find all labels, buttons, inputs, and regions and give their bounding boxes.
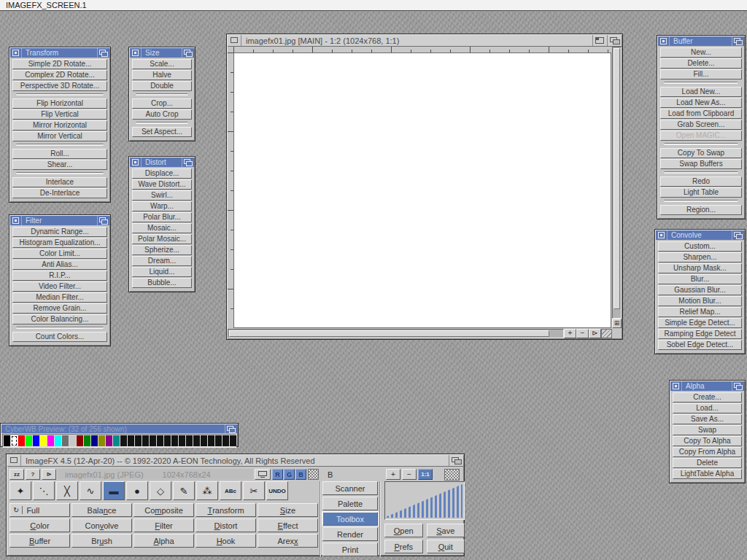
oval-tool[interactable]: ● <box>126 481 148 500</box>
color-swatch[interactable] <box>40 435 47 446</box>
panel-button[interactable]: Load New... <box>660 87 742 97</box>
freehand-tool[interactable]: ⋱ <box>33 481 55 500</box>
color-swatch[interactable] <box>222 435 229 446</box>
color-swatch[interactable] <box>230 435 236 446</box>
color-button[interactable]: Color <box>9 518 70 532</box>
panel-button[interactable]: Sobel Edge Detect... <box>658 340 742 350</box>
panel-button[interactable]: Delete <box>673 458 742 468</box>
panel-button[interactable]: Histogram Equalization... <box>12 238 107 248</box>
fill-tool[interactable]: ✎ <box>173 481 195 500</box>
panel-button[interactable]: Color Balancing... <box>12 314 107 324</box>
effect-button[interactable]: Effect <box>258 518 318 532</box>
arexx-button[interactable]: Arexx <box>258 534 318 548</box>
panel-button[interactable]: Shear... <box>12 160 107 170</box>
close-icon[interactable] <box>130 158 142 167</box>
pan-button[interactable]: ⊳ <box>589 329 601 338</box>
panel-button[interactable]: Interlace <box>12 177 107 187</box>
panel-button[interactable]: Median Filter... <box>12 292 107 303</box>
zoom-out-button[interactable]: − <box>402 469 417 480</box>
depth-icon[interactable] <box>97 48 109 58</box>
panel-button[interactable]: Anti Alias... <box>12 260 107 270</box>
panel-button[interactable]: Flip Vertical <box>12 109 107 120</box>
screen-titlebar[interactable]: IMAGEFX_SCREEN.1 <box>0 0 747 11</box>
panel-button[interactable]: Warp... <box>132 201 192 211</box>
play-arrow-button[interactable]: ⊳ <box>42 469 56 480</box>
panel-button[interactable]: Custom... <box>658 241 742 252</box>
close-icon[interactable] <box>130 48 142 58</box>
open-button[interactable]: Open <box>384 524 423 537</box>
panel-button[interactable]: Copy To Alpha <box>673 436 742 446</box>
text-tool[interactable]: ABc <box>220 481 241 500</box>
panel-button[interactable]: LightTable Alpha <box>673 469 742 479</box>
close-icon[interactable] <box>10 48 22 58</box>
color-swatch[interactable] <box>47 435 54 446</box>
panel-button[interactable]: Redo <box>660 176 742 187</box>
panel-button[interactable]: Simple Edge Detect... <box>658 318 742 328</box>
panel-button[interactable]: Region... <box>660 205 742 215</box>
color-swatch[interactable] <box>98 435 105 446</box>
panel-button[interactable]: Flip Horizontal <box>12 98 107 109</box>
panel-button[interactable]: Simple 2D Rotate... <box>12 59 107 69</box>
panel-button[interactable]: Grab Screen... <box>660 120 742 130</box>
panel-button[interactable]: Save As... <box>673 414 742 424</box>
panel-button[interactable]: Motion Blur... <box>658 296 742 306</box>
dither-pattern-icon[interactable] <box>308 469 319 480</box>
help-button[interactable]: ? <box>26 469 40 480</box>
blue-channel-toggle[interactable]: B <box>295 469 306 480</box>
iconify-button[interactable]: zz <box>9 469 24 480</box>
depth-icon[interactable] <box>182 48 194 58</box>
panel-button[interactable]: Liquid... <box>132 267 192 277</box>
zoom-in-button[interactable]: + <box>564 329 576 338</box>
panel-button[interactable]: Copy To Swap <box>660 148 742 158</box>
depth-icon[interactable] <box>449 455 463 466</box>
color-swatch[interactable] <box>150 435 156 446</box>
panel-button[interactable]: Light Table <box>660 187 742 198</box>
panel-button[interactable]: Load New As... <box>660 98 742 108</box>
box-tool[interactable]: ▬ <box>103 481 125 500</box>
titlebar[interactable]: Transform <box>10 48 109 58</box>
panel-button[interactable]: Bubble... <box>132 278 192 288</box>
panel-button[interactable]: Gaussian Blur... <box>658 285 742 295</box>
prefs-button[interactable]: Prefs <box>384 540 423 553</box>
close-icon[interactable] <box>228 35 241 46</box>
palette-button[interactable]: Palette <box>322 497 378 510</box>
panel-button[interactable]: Halve <box>132 70 192 80</box>
panel-button[interactable]: Color Limit... <box>12 249 107 259</box>
airbrush-tool[interactable]: ⁂ <box>196 481 218 500</box>
panel-button[interactable]: Crop... <box>132 98 192 109</box>
save-button[interactable]: Save <box>427 524 465 537</box>
titlebar[interactable]: Size <box>130 48 194 58</box>
depth-icon[interactable] <box>607 35 622 46</box>
titlebar[interactable]: Alpha <box>670 381 744 391</box>
zoom-in-button[interactable]: + <box>386 469 400 480</box>
toolbox-button[interactable]: Toolbox <box>322 512 378 526</box>
depth-icon[interactable] <box>732 230 744 240</box>
panel-button[interactable]: Mirror Vertical <box>12 131 107 141</box>
panel-button[interactable]: Unsharp Mask... <box>658 263 742 273</box>
hook-button[interactable]: Hook <box>196 534 256 548</box>
composite-button[interactable]: Composite <box>133 503 194 517</box>
color-swatch[interactable] <box>186 435 193 446</box>
panel-button[interactable]: Complex 2D Rotate... <box>12 70 107 80</box>
titlebar[interactable]: Buffer <box>658 36 744 46</box>
color-swatch[interactable] <box>157 435 163 446</box>
depth-icon[interactable] <box>97 216 109 225</box>
panel-button[interactable]: Double <box>132 81 192 91</box>
line-tool[interactable]: ╳ <box>56 481 78 500</box>
panel-button[interactable]: Fill... <box>660 69 742 79</box>
color-swatch[interactable] <box>128 435 134 446</box>
panel-button[interactable]: Dream... <box>132 256 192 266</box>
titlebar[interactable]: Filter <box>10 216 109 225</box>
color-swatch[interactable] <box>106 435 112 446</box>
scrollbar-thumb[interactable] <box>614 48 620 309</box>
titlebar[interactable]: ImageFX 4.5 (12-Apr-20) -- © 1992-2020 A… <box>7 455 463 467</box>
balance-button[interactable]: Balance <box>71 503 132 517</box>
color-swatch[interactable] <box>33 435 39 446</box>
horizontal-scrollbar[interactable] <box>228 329 564 338</box>
color-swatch[interactable] <box>91 435 98 446</box>
panel-button[interactable]: Roll... <box>12 149 107 159</box>
point-tool[interactable]: ✦ <box>9 481 31 500</box>
panel-button[interactable]: Load... <box>673 403 742 413</box>
zoom-gadget-icon[interactable] <box>592 35 607 46</box>
resize-handle[interactable] <box>601 329 612 338</box>
